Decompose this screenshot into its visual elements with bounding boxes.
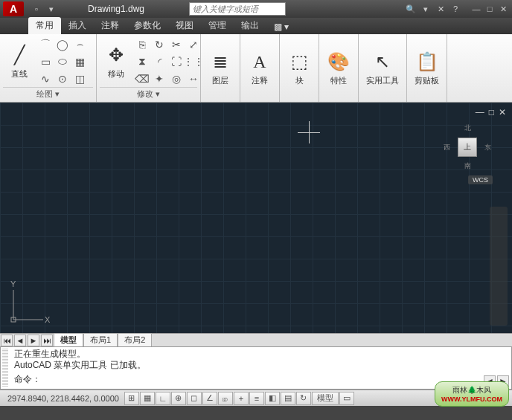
watermark: 雨林🌲木风 WWW.YLMFU.COM [435, 381, 509, 407]
app-menu-icon[interactable]: A [3, 1, 24, 16]
dyn-icon[interactable]: + [234, 392, 249, 405]
annotation-button[interactable]: A注释 [243, 43, 276, 94]
qat-open-icon[interactable]: ▾ [45, 2, 58, 16]
panel-draw-title[interactable]: 绘图 ▾ [3, 87, 93, 100]
viewport-maximize-icon[interactable]: □ [489, 107, 494, 117]
quickprops-icon[interactable]: ▤ [281, 392, 295, 405]
help-icon[interactable]: ? [449, 3, 461, 15]
polyline-icon[interactable]: ⌒ [37, 36, 54, 53]
move-button[interactable]: ✥ 移动 [100, 36, 132, 87]
extend-icon[interactable]: ⤢ [185, 36, 202, 53]
status-layout-icon[interactable]: ▭ [339, 392, 354, 405]
watermark-name: 雨林🌲木风 [441, 385, 502, 395]
command-output-1: 正在重生成模型。 [14, 349, 507, 360]
search-icon[interactable]: 🔍 [405, 3, 417, 15]
array-icon[interactable]: ⋮⋮ [185, 54, 202, 70]
grid-icon[interactable]: ▦ [140, 392, 155, 405]
line-icon: ╱ [7, 43, 31, 67]
point-icon[interactable]: ⊙ [54, 71, 71, 87]
copy-icon[interactable]: ⎘ [134, 36, 150, 53]
viewport-close-icon[interactable]: ✕ [499, 107, 506, 117]
block-button[interactable]: ⬚块 [283, 43, 316, 94]
panel-modify-title[interactable]: 修改 ▾ [100, 87, 197, 100]
command-handle-icon[interactable] [2, 349, 8, 387]
tab-model-space[interactable]: 模型 [54, 333, 83, 347]
modelspace-toggle[interactable]: 模型 [312, 392, 339, 405]
coordinates-display[interactable]: 2974.8940, 2218.4462, 0.0000 [3, 394, 124, 403]
mirror-icon[interactable]: ⧗ [134, 54, 150, 70]
arc-icon[interactable]: ⌢ [71, 36, 88, 53]
help-search-input[interactable] [189, 2, 286, 16]
utilities-button[interactable]: ↖实用工具 [362, 43, 403, 94]
scale-icon[interactable]: ⛶ [168, 54, 185, 70]
tab-parametric[interactable]: 参数化 [127, 17, 168, 34]
otrack-icon[interactable]: ∠ [202, 392, 217, 405]
erase-icon[interactable]: ⌫ [134, 71, 150, 87]
selection-cycle-icon[interactable]: ↻ [296, 392, 311, 405]
ellipse-icon[interactable]: ⬭ [54, 54, 71, 70]
tab-view[interactable]: 视图 [168, 17, 201, 34]
layer-button[interactable]: ≣图层 [204, 43, 237, 94]
drawing-canvas[interactable]: — □ ✕ 北 南 东 西 上 WCS Y X [0, 103, 512, 333]
tab-output[interactable]: 输出 [234, 17, 266, 34]
spline-icon[interactable]: ∿ [37, 71, 54, 87]
maximize-icon[interactable]: □ [484, 3, 496, 15]
hatch-icon[interactable]: ▦ [71, 54, 88, 70]
polar-icon[interactable]: ⊕ [171, 392, 186, 405]
region-icon[interactable]: ◫ [71, 71, 88, 87]
snap-mode-icon[interactable]: ⊞ [124, 392, 139, 405]
clipboard-icon: 📋 [415, 50, 439, 74]
navigation-bar[interactable] [490, 207, 508, 326]
viewcube-top[interactable]: 上 [458, 138, 477, 157]
signin-icon[interactable]: ▾ [420, 3, 432, 15]
command-output-2: AutoCAD 菜单实用工具 已加载。 [14, 360, 507, 371]
layout-next-icon[interactable]: ► [28, 335, 39, 346]
offset-icon[interactable]: ◎ [168, 71, 185, 87]
cursor-icon: ↖ [371, 50, 394, 74]
trim-icon[interactable]: ✂ [168, 36, 185, 53]
clipboard-button[interactable]: 📋剪贴板 [410, 43, 444, 94]
stretch-icon[interactable]: ↔ [185, 71, 202, 87]
text-icon: A [248, 50, 272, 74]
lineweight-icon[interactable]: ≡ [249, 392, 264, 405]
qat-new-icon[interactable]: ▫ [30, 2, 43, 16]
viewcube[interactable]: 北 南 东 西 上 [445, 125, 490, 169]
tab-manage[interactable]: 管理 [201, 17, 234, 34]
tab-expand-icon[interactable]: ▩ ▾ [266, 19, 296, 34]
layout-first-icon[interactable]: ⏮ [1, 335, 13, 346]
close-icon[interactable]: ✕ [497, 3, 509, 15]
minimize-icon[interactable]: — [470, 3, 482, 15]
exchange-icon[interactable]: ✕ [435, 3, 447, 15]
osnap-icon[interactable]: ◻ [187, 392, 202, 405]
command-prompt: 命令： [14, 374, 507, 385]
ducs-icon[interactable]: ⎄ [218, 392, 233, 405]
viewcube-south[interactable]: 南 [464, 161, 471, 171]
tab-insert[interactable]: 插入 [61, 17, 94, 34]
wcs-badge[interactable]: WCS [468, 175, 493, 184]
properties-button[interactable]: 🎨特性 [322, 43, 355, 94]
rotate-icon[interactable]: ↻ [151, 36, 167, 53]
viewcube-east[interactable]: 东 [484, 143, 491, 152]
transparency-icon[interactable]: ◧ [265, 392, 280, 405]
rectangle-icon[interactable]: ▭ [37, 54, 54, 70]
viewport-minimize-icon[interactable]: — [476, 107, 484, 117]
tab-layout1[interactable]: 布局1 [83, 333, 118, 347]
ortho-icon[interactable]: ∟ [156, 392, 170, 405]
document-title: Drawing1.dwg [88, 4, 144, 14]
layer-icon: ≣ [208, 50, 232, 74]
viewcube-west[interactable]: 西 [444, 143, 450, 152]
command-line[interactable]: 正在重生成模型。 AutoCAD 菜单实用工具 已加载。 命令： ◄ ► [0, 346, 512, 390]
line-button[interactable]: ╱ 直线 [3, 36, 36, 87]
color-wheel-icon: 🎨 [327, 50, 351, 74]
viewcube-north[interactable]: 北 [464, 123, 471, 133]
tab-home[interactable]: 常用 [28, 17, 61, 34]
crosshair-cursor [298, 121, 320, 143]
move-icon: ✥ [104, 43, 128, 67]
circle-icon[interactable]: ◯ [54, 36, 71, 53]
tab-annotate[interactable]: 注释 [94, 17, 127, 34]
fillet-icon[interactable]: ◜ [151, 54, 167, 70]
layout-prev-icon[interactable]: ◄ [14, 335, 26, 346]
tab-layout2[interactable]: 布局2 [118, 333, 152, 347]
layout-last-icon[interactable]: ⏭ [41, 335, 53, 346]
explode-icon[interactable]: ✦ [151, 71, 167, 87]
